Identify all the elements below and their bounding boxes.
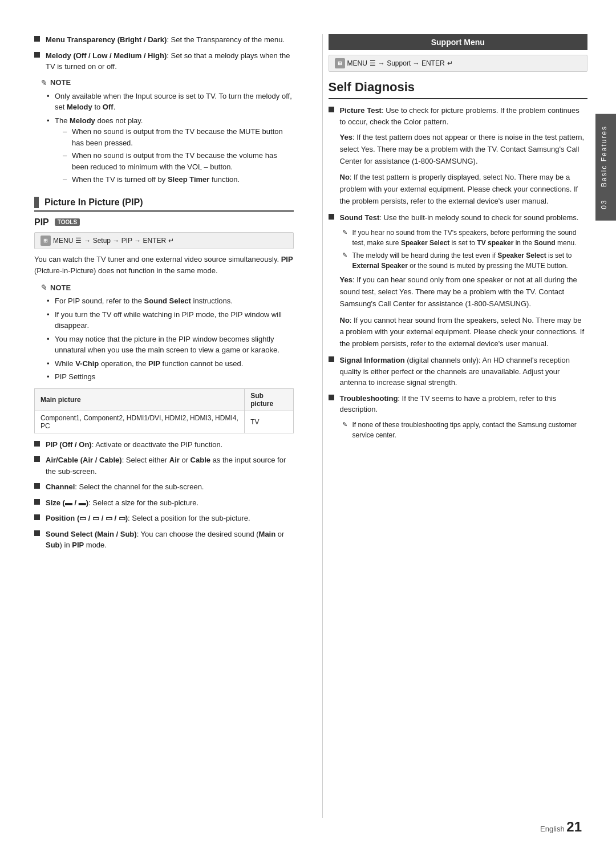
bullet-label: Channel (46, 482, 75, 491)
note2-item-1: For PIP sound, refer to the Sound Select… (47, 295, 294, 307)
bullet-icon (34, 441, 40, 447)
sound-notes: If you hear no sound from the TV's speak… (329, 228, 588, 271)
bullet-label: Troubleshooting (340, 394, 398, 403)
bullet-icon (329, 356, 334, 362)
bullet-content: : Set the Transparency of the menu. (167, 35, 285, 44)
bullet-label: Air/Cable (Air / Cable) (46, 456, 122, 464)
self-diagnosis-title: Self Diagnosis (329, 80, 588, 99)
pip-label: PIP (34, 217, 49, 228)
bullet-troubleshooting: Troubleshooting: If the TV seems to have… (329, 393, 588, 415)
bullet-icon (34, 514, 40, 520)
note2-item-2: If you turn the TV off while watching in… (47, 309, 294, 331)
bullet-label: Sound Select (Main / Sub) (46, 530, 137, 538)
troubleshooting-note-item: If none of these troubleshooting tips ap… (342, 420, 588, 440)
bullet-label: Melody (Off / Low / Medium / High) (46, 51, 167, 60)
right-column: Support Menu ⊞ MENU ☰ → Support → ENTER … (322, 34, 588, 818)
sub-note-3: When the TV is turned off by Sleep Timer… (63, 174, 294, 185)
bullet-icon (34, 483, 40, 489)
bullet-icon (34, 456, 40, 462)
note2-item-5: PIP Settings (47, 371, 294, 383)
bullet-label: Position (▭ / ▭ / ▭ / ▭) (46, 514, 128, 522)
note2-item-3: You may notice that the picture in the P… (47, 334, 294, 356)
note-icon-2: ✎ (40, 283, 47, 292)
menu-icon: ⊞ (40, 236, 51, 246)
menu-icon-right: ⊞ (335, 58, 345, 68)
footer: English 21 (540, 819, 582, 835)
bullet-sound-test: Sound Test: Use the built-in melody soun… (329, 212, 588, 224)
sound-test-yes: Yes: If you can hear sound only from one… (329, 274, 588, 310)
page: 03 Basic Features Menu Transparency (Bri… (0, 0, 616, 852)
table-row: Component1, Component2, HDMI1/DVI, HDMI2… (35, 411, 294, 433)
note-label: ✎ NOTE (40, 78, 294, 87)
note-icon: ✎ (40, 78, 47, 87)
bullet-size: Size (▬ / ▬): Select a size for the sub-… (34, 497, 294, 509)
note-section-2: ✎ NOTE For PIP sound, refer to the Sound… (34, 283, 294, 383)
sub-note-2: When no sound is output from the TV beca… (63, 150, 294, 172)
troubleshooting-note: If none of these troubleshooting tips ap… (329, 420, 588, 440)
content-area: Menu Transparency (Bright / Dark): Set t… (0, 34, 616, 818)
note-items: Only available when the Input source is … (40, 91, 294, 185)
bullet-icon (34, 530, 40, 536)
bullet-signal-info: Signal Information (digital channels onl… (329, 355, 588, 388)
picture-test-no: No: If the test pattern is properly disp… (329, 172, 588, 207)
note-item-1: Only available when the Input source is … (47, 91, 294, 113)
table-col1-header: Main picture (35, 388, 245, 411)
table-col2-header: Sub picture (245, 388, 293, 411)
sound-note-1: If you hear no sound from the TV's speak… (342, 228, 588, 248)
bullet-melody: Melody (Off / Low / Medium / High): Set … (34, 50, 294, 72)
note-items-2: For PIP sound, refer to the Sound Select… (40, 295, 294, 383)
bullet-icon (34, 52, 40, 58)
side-label: 03 Basic Features (595, 114, 616, 221)
language-label: English (540, 825, 565, 833)
note-section-1: ✎ NOTE Only available when the Input sou… (34, 78, 294, 185)
bullet-label: Menu Transparency (Bright / Dark) (46, 35, 167, 44)
bullet-icon (329, 214, 334, 220)
note2-item-4: While V-Chip operation, the PIP function… (47, 358, 294, 370)
pip-header: PIP TOOLS (34, 217, 294, 228)
section-title: Picture In Picture (PIP) (44, 197, 143, 208)
left-column: Menu Transparency (Bright / Dark): Set t… (34, 34, 299, 818)
pip-description: You can watch the TV tuner and one exter… (34, 254, 294, 278)
bullet-channel: Channel: Select the channel for the sub-… (34, 481, 294, 493)
bullet-label: Signal Information (340, 356, 405, 364)
picture-test-yes: Yes: If the test pattern does not appear… (329, 132, 588, 167)
bullet-position: Position (▭ / ▭ / ▭ / ▭): Select a posit… (34, 513, 294, 524)
pip-menu-path: ⊞ MENU ☰ → Setup → PIP → ENTER ↵ (34, 232, 294, 249)
page-number: 21 (566, 819, 582, 834)
sub-note-items: When no sound is output from the TV beca… (55, 126, 294, 185)
bullet-menu-transparency: Menu Transparency (Bright / Dark): Set t… (34, 34, 294, 46)
note-label-2: ✎ NOTE (40, 283, 294, 292)
pip-section-header: Picture In Picture (PIP) (34, 197, 294, 212)
note-item-2: The Melody does not play. When no sound … (47, 115, 294, 185)
bullet-label: Size (▬ / ▬) (46, 498, 88, 507)
sound-note-2: The melody will be heard during the test… (342, 250, 588, 271)
section-bar (34, 197, 39, 208)
bullet-icon (329, 107, 334, 112)
support-menu-path: ⊞ MENU ☰ → Support → ENTER ↵ (329, 55, 588, 72)
bullet-icon (34, 36, 40, 42)
bullet-label: Picture Test (340, 106, 382, 115)
table-cell-sub: TV (245, 411, 293, 433)
bullet-icon (329, 395, 334, 400)
bullet-label: Sound Test (340, 213, 380, 222)
bullet-icon (34, 499, 40, 505)
bullet-picture-test: Picture Test: Use to check for picture p… (329, 105, 588, 127)
support-menu-header: Support Menu (329, 34, 588, 50)
bullet-pip-onoff: PIP (Off / On): Activate or deactivate t… (34, 439, 294, 451)
bullet-label: PIP (Off / On) (46, 440, 92, 449)
tools-badge: TOOLS (55, 218, 80, 226)
bullet-sound-select: Sound Select (Main / Sub): You can choos… (34, 529, 294, 551)
table-cell-main: Component1, Component2, HDMI1/DVI, HDMI2… (35, 411, 245, 433)
sub-note-1: When no sound is output from the TV beca… (63, 126, 294, 148)
bullet-aircable: Air/Cable (Air / Cable): Select either A… (34, 455, 294, 477)
pip-table: Main picture Sub picture Component1, Com… (34, 388, 294, 433)
sound-test-no: No: If you cannot hear sound from the sp… (329, 315, 588, 350)
